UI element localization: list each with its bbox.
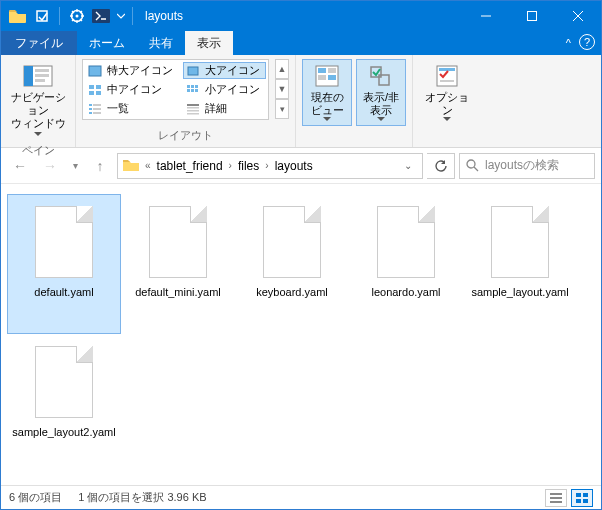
file-icon <box>263 206 321 278</box>
svg-rect-44 <box>550 497 562 499</box>
layout-extra-large-icons[interactable]: 特大アイコン <box>85 62 179 79</box>
svg-rect-7 <box>35 69 49 72</box>
svg-point-42 <box>467 160 475 168</box>
svg-rect-17 <box>191 85 194 88</box>
navigation-pane-icon <box>22 63 54 89</box>
svg-rect-4 <box>528 12 537 21</box>
chevron-right-icon[interactable]: « <box>144 160 152 171</box>
layout-large-icons[interactable]: 大アイコン <box>183 62 266 79</box>
ribbon-tabs: ファイル ホーム 共有 表示 ^ ? <box>1 31 601 55</box>
search-placeholder: layoutsの検索 <box>485 157 559 174</box>
layout-expand[interactable]: ▾ <box>275 99 289 119</box>
svg-rect-46 <box>576 493 581 497</box>
search-box[interactable]: layoutsの検索 <box>459 153 595 179</box>
svg-rect-12 <box>89 85 94 89</box>
svg-rect-35 <box>318 75 326 80</box>
file-name: default.yaml <box>34 286 93 300</box>
svg-rect-40 <box>439 68 455 71</box>
ribbon-expand-icon[interactable]: ^ <box>566 37 571 49</box>
navigation-pane-button[interactable]: ナビゲーション ウィンドウ <box>7 59 69 141</box>
file-icon <box>35 206 93 278</box>
address-dropdown-icon[interactable]: ⌄ <box>398 160 418 171</box>
powershell-icon[interactable] <box>90 5 112 27</box>
file-icon <box>35 346 93 418</box>
svg-rect-9 <box>35 79 45 82</box>
back-button[interactable]: ← <box>7 153 33 179</box>
tab-home[interactable]: ホーム <box>77 31 137 55</box>
explorer-window: layouts ファイル ホーム 共有 表示 ^ ? ナビゲーション ウィンドウ <box>0 0 602 510</box>
navigation-pane-label: ナビゲーション ウィンドウ <box>9 91 67 131</box>
svg-rect-34 <box>328 68 336 73</box>
layout-list[interactable]: 一覧 <box>85 100 179 117</box>
breadcrumb-segment[interactable]: tablet_friend <box>154 159 226 173</box>
options-button[interactable]: オプション <box>419 59 475 126</box>
svg-rect-45 <box>550 501 562 503</box>
ribbon-group-views: 現在の ビュー 表示/非 表示 <box>296 55 413 147</box>
view-icons-toggle[interactable] <box>571 489 593 507</box>
file-item[interactable]: sample_layout.yaml <box>463 194 577 334</box>
file-name: sample_layout.yaml <box>471 286 568 300</box>
file-item[interactable]: sample_layout2.yaml <box>7 334 121 474</box>
show-hide-button[interactable]: 表示/非 表示 <box>356 59 406 126</box>
qat-dropdown-icon[interactable] <box>114 5 128 27</box>
svg-rect-48 <box>576 499 581 503</box>
titlebar: layouts <box>1 1 601 31</box>
layout-small-icons[interactable]: 小アイコン <box>183 81 266 98</box>
svg-point-2 <box>76 15 79 18</box>
svg-rect-18 <box>195 85 198 88</box>
layout-scroll-up[interactable]: ▲ <box>275 59 289 79</box>
breadcrumb-segment[interactable]: files <box>235 159 262 173</box>
help-icon[interactable]: ? <box>579 34 595 50</box>
status-selection: 1 個の項目を選択 3.96 KB <box>78 490 206 505</box>
layout-details[interactable]: 詳細 <box>183 100 266 117</box>
svg-rect-15 <box>96 91 101 95</box>
file-name: keyboard.yaml <box>256 286 328 300</box>
file-item[interactable]: default_mini.yaml <box>121 194 235 334</box>
view-details-toggle[interactable] <box>545 489 567 507</box>
status-item-count: 6 個の項目 <box>9 490 62 505</box>
recent-locations-button[interactable]: ▾ <box>67 153 83 179</box>
layout-scroll-down[interactable]: ▼ <box>275 79 289 99</box>
svg-rect-10 <box>89 66 101 76</box>
up-button[interactable]: ↑ <box>87 153 113 179</box>
minimize-button[interactable] <box>463 1 509 31</box>
svg-rect-20 <box>191 89 194 92</box>
svg-rect-26 <box>89 112 92 114</box>
folder-icon[interactable] <box>7 5 29 27</box>
ribbon-group-pane: ナビゲーション ウィンドウ ペイン <box>1 55 76 147</box>
svg-rect-30 <box>187 110 199 112</box>
chevron-right-icon[interactable]: › <box>264 160 269 171</box>
chevron-right-icon[interactable]: › <box>228 160 233 171</box>
svg-rect-27 <box>93 112 101 114</box>
folder-icon <box>122 158 140 174</box>
svg-rect-28 <box>187 104 199 106</box>
file-item[interactable]: default.yaml <box>7 194 121 334</box>
breadcrumb-segment[interactable]: layouts <box>272 159 316 173</box>
layout-medium-icons[interactable]: 中アイコン <box>85 81 179 98</box>
current-view-button[interactable]: 現在の ビュー <box>302 59 352 126</box>
svg-rect-3 <box>92 9 110 23</box>
svg-rect-14 <box>89 91 94 95</box>
svg-rect-13 <box>96 85 101 89</box>
tab-view[interactable]: 表示 <box>185 31 233 55</box>
file-name: sample_layout2.yaml <box>12 426 115 440</box>
file-list[interactable]: default.yamldefault_mini.yamlkeyboard.ya… <box>1 184 601 485</box>
quick-access-toolbar <box>1 5 128 27</box>
properties-icon[interactable] <box>66 5 88 27</box>
file-name: leonardo.yaml <box>371 286 440 300</box>
refresh-button[interactable] <box>427 153 455 179</box>
file-item[interactable]: keyboard.yaml <box>235 194 349 334</box>
ribbon: ナビゲーション ウィンドウ ペイン 特大アイコン 大アイコン 中アイコン 小アイ… <box>1 55 601 148</box>
tab-file[interactable]: ファイル <box>1 31 77 55</box>
svg-rect-29 <box>187 107 199 109</box>
forward-button[interactable]: → <box>37 153 63 179</box>
svg-rect-33 <box>318 68 326 73</box>
file-icon <box>377 206 435 278</box>
address-bar[interactable]: « tablet_friend › files › layouts ⌄ <box>117 153 423 179</box>
file-item[interactable]: leonardo.yaml <box>349 194 463 334</box>
tab-share[interactable]: 共有 <box>137 31 185 55</box>
pin-icon[interactable] <box>31 5 53 27</box>
maximize-button[interactable] <box>509 1 555 31</box>
svg-rect-22 <box>89 104 92 106</box>
close-button[interactable] <box>555 1 601 31</box>
